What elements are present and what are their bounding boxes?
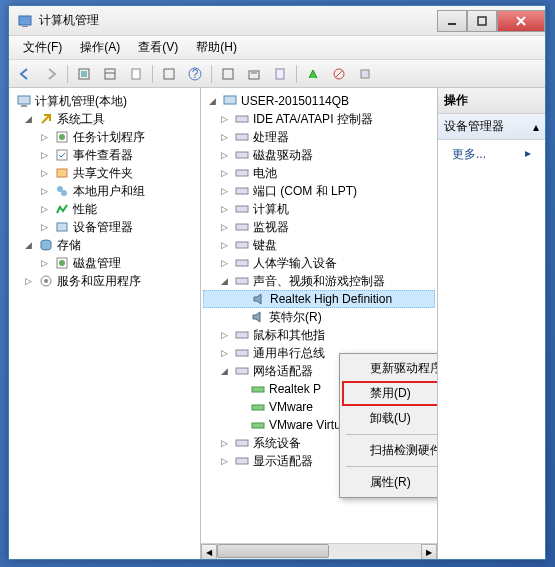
device-category[interactable]: ▷电池: [203, 164, 435, 182]
horizontal-scrollbar[interactable]: ◀ ▶: [201, 543, 437, 559]
context-menu-item[interactable]: 禁用(D): [342, 381, 437, 406]
tool-icon[interactable]: [353, 63, 377, 85]
collapse-icon[interactable]: ◢: [205, 94, 219, 108]
tree-item[interactable]: ▷性能: [11, 200, 198, 218]
expand-icon[interactable]: ▷: [217, 346, 231, 360]
scroll-left-button[interactable]: ◀: [201, 544, 217, 559]
expand-icon[interactable]: ▷: [217, 202, 231, 216]
expand-icon[interactable]: ▷: [37, 220, 51, 234]
maximize-button[interactable]: [467, 10, 497, 32]
category-icon: [234, 165, 250, 181]
expand-icon[interactable]: ▷: [37, 256, 51, 270]
svg-rect-29: [57, 223, 67, 231]
device-category[interactable]: ▷计算机: [203, 200, 435, 218]
tool-icon[interactable]: [242, 63, 266, 85]
context-menu-item[interactable]: 更新驱动程序软件(P)...: [342, 356, 437, 381]
device-category[interactable]: ▷监视器: [203, 218, 435, 236]
expand-icon[interactable]: ▷: [37, 166, 51, 180]
collapse-icon[interactable]: ◢: [21, 112, 35, 126]
tool-icon[interactable]: [216, 63, 240, 85]
more-actions-link[interactable]: 更多... ▸: [438, 140, 545, 169]
expand-icon[interactable]: ▷: [217, 112, 231, 126]
tree-item[interactable]: ▷任务计划程序: [11, 128, 198, 146]
expand-icon[interactable]: ▷: [217, 436, 231, 450]
tool-icon[interactable]: [268, 63, 292, 85]
expand-icon[interactable]: ▷: [217, 166, 231, 180]
expand-icon[interactable]: ▷: [21, 274, 35, 288]
device-category[interactable]: ▷人体学输入设备: [203, 254, 435, 272]
device-category[interactable]: ▷端口 (COM 和 LPT): [203, 182, 435, 200]
titlebar[interactable]: 计算机管理: [9, 6, 545, 36]
toolbar-separator: [67, 65, 68, 83]
tree-group-system-tools[interactable]: ◢ 系统工具: [11, 110, 198, 128]
actions-section[interactable]: 设备管理器 ▴: [438, 114, 545, 140]
scroll-thumb[interactable]: [217, 544, 329, 558]
tool-icon[interactable]: [72, 63, 96, 85]
menu-help[interactable]: 帮助(H): [188, 37, 245, 58]
item-icon: [54, 165, 70, 181]
collapse-icon[interactable]: ◢: [217, 364, 231, 378]
device-item[interactable]: 英特尔(R): [203, 308, 435, 326]
expand-icon[interactable]: ▷: [217, 148, 231, 162]
tree-label: 磁盘驱动器: [253, 147, 313, 164]
close-button[interactable]: [497, 10, 545, 32]
scroll-track[interactable]: [217, 544, 421, 559]
device-category[interactable]: ▷IDE ATA/ATAPI 控制器: [203, 110, 435, 128]
collapse-icon[interactable]: ◢: [21, 238, 35, 252]
svg-rect-3: [478, 17, 486, 25]
tree-item[interactable]: ▷本地用户和组: [11, 182, 198, 200]
expand-icon[interactable]: ▷: [217, 328, 231, 342]
tree-item[interactable]: ▷共享文件夹: [11, 164, 198, 182]
tool-icon[interactable]: [124, 63, 148, 85]
collapse-icon[interactable]: ▴: [533, 120, 539, 134]
svg-rect-20: [361, 70, 369, 78]
expand-icon[interactable]: ▷: [217, 184, 231, 198]
svg-rect-7: [81, 71, 87, 77]
expand-icon[interactable]: ▷: [217, 130, 231, 144]
context-menu-item[interactable]: 扫描检测硬件改动(A): [342, 438, 437, 463]
left-tree-panel[interactable]: 计算机管理(本地) ◢ 系统工具 ▷任务计划程序▷事件查看器▷共享文件夹▷本地用…: [9, 88, 201, 559]
svg-rect-39: [236, 170, 248, 176]
tree-item[interactable]: ▷磁盘管理: [11, 254, 198, 272]
scroll-right-button[interactable]: ▶: [421, 544, 437, 559]
help-icon[interactable]: ?: [183, 63, 207, 85]
tree-group-storage[interactable]: ◢ 存储: [11, 236, 198, 254]
expand-icon[interactable]: ▷: [37, 184, 51, 198]
device-category[interactable]: ▷鼠标和其他指: [203, 326, 435, 344]
services-icon: [38, 273, 54, 289]
minimize-button[interactable]: [437, 10, 467, 32]
expand-icon[interactable]: ▷: [217, 238, 231, 252]
device-tree-panel[interactable]: ◢ USER-20150114QB ▷IDE ATA/ATAPI 控制器▷处理器…: [201, 88, 437, 559]
menu-action[interactable]: 操作(A): [72, 37, 128, 58]
device-icon: [250, 309, 266, 325]
tree-item[interactable]: ▷设备管理器: [11, 218, 198, 236]
back-button[interactable]: [13, 63, 37, 85]
forward-button[interactable]: [39, 63, 63, 85]
collapse-icon[interactable]: ◢: [217, 274, 231, 288]
expand-icon[interactable]: ▷: [37, 148, 51, 162]
svg-rect-10: [132, 69, 140, 79]
device-category[interactable]: ▷键盘: [203, 236, 435, 254]
tool-icon[interactable]: [327, 63, 351, 85]
tool-icon[interactable]: [157, 63, 181, 85]
context-menu-item[interactable]: 卸载(U): [342, 406, 437, 431]
device-category[interactable]: ▷处理器: [203, 128, 435, 146]
expand-icon[interactable]: ▷: [37, 130, 51, 144]
device-root[interactable]: ◢ USER-20150114QB: [203, 92, 435, 110]
menu-file[interactable]: 文件(F): [15, 37, 70, 58]
tool-icon[interactable]: [301, 63, 325, 85]
tool-icon[interactable]: [98, 63, 122, 85]
expand-icon[interactable]: ▷: [217, 220, 231, 234]
tree-item[interactable]: ▷事件查看器: [11, 146, 198, 164]
menu-view[interactable]: 查看(V): [130, 37, 186, 58]
expand-icon[interactable]: ▷: [37, 202, 51, 216]
tree-group-services[interactable]: ▷ 服务和应用程序: [11, 272, 198, 290]
expand-icon[interactable]: ▷: [217, 256, 231, 270]
svg-rect-0: [19, 16, 31, 25]
device-category[interactable]: ▷磁盘驱动器: [203, 146, 435, 164]
context-menu-item[interactable]: 属性(R): [342, 470, 437, 495]
expand-icon[interactable]: ▷: [217, 454, 231, 468]
device-category[interactable]: ◢声音、视频和游戏控制器: [203, 272, 435, 290]
device-item[interactable]: Realtek High Definition: [203, 290, 435, 308]
tree-root[interactable]: 计算机管理(本地): [11, 92, 198, 110]
